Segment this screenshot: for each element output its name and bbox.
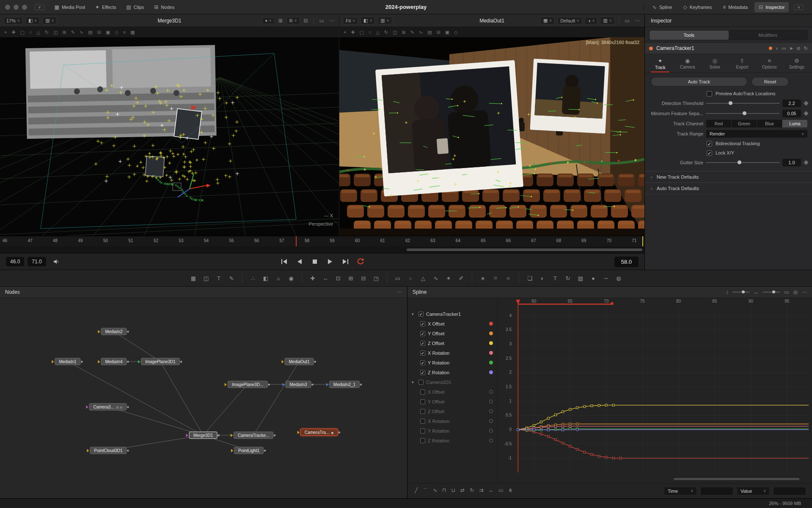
inspector-tab-track[interactable]: ⌖Track bbox=[647, 56, 674, 72]
viewer-tool-icon-8[interactable]: ⊞ bbox=[402, 30, 406, 35]
tracker-tool-icon[interactable]: ∗ bbox=[477, 273, 488, 283]
track-color-dot[interactable] bbox=[489, 439, 493, 442]
track-checkbox[interactable]: ✓ bbox=[420, 331, 425, 336]
delta-keyer-tool-icon[interactable]: ◧ bbox=[260, 273, 271, 283]
track-color-dot[interactable] bbox=[489, 400, 493, 403]
node-graph-canvas[interactable]: MediaIn2MediaIn1MediaIn4ImagePlane3D1Med… bbox=[0, 298, 407, 498]
spline-track-row-2[interactable]: ✓Y Offset bbox=[407, 329, 497, 338]
track-color-dot[interactable] bbox=[489, 419, 493, 423]
fastnoise-tool-icon[interactable]: ∴ bbox=[248, 273, 259, 283]
vertical-fit-icon[interactable]: ↕ bbox=[726, 289, 728, 295]
viewer-tool-icon-14[interactable]: ◇ bbox=[115, 30, 118, 35]
go-to-end-button[interactable] bbox=[341, 257, 350, 266]
buffer-select[interactable]: ●∨ bbox=[262, 17, 274, 24]
reset-button[interactable]: Reset bbox=[751, 77, 789, 86]
pingpong-icon[interactable]: ⇉ bbox=[478, 487, 484, 494]
frame-all-icon[interactable]: ▭ bbox=[784, 289, 789, 295]
track-color-dot[interactable] bbox=[489, 331, 493, 335]
node-CameraTra_3[interactable]: CameraTra...◆ bbox=[300, 429, 338, 436]
roi-icon[interactable]: ⊟ bbox=[303, 18, 309, 24]
expand-chevron-icon[interactable]: ▾ bbox=[412, 312, 416, 316]
viewer-options-icon[interactable]: ⋯ bbox=[328, 18, 336, 24]
auto-track-button[interactable]: Auto Track bbox=[651, 77, 747, 86]
node-ImagePlane3D1[interactable]: ImagePlane3D1 bbox=[141, 358, 180, 365]
track-color-dot[interactable] bbox=[489, 361, 493, 364]
inspector-tab-solve[interactable]: ◎Solve bbox=[701, 56, 729, 72]
grid-warp-tool-icon[interactable]: ⌗ bbox=[490, 273, 501, 283]
node-MediaOut1[interactable]: MediaOut1 bbox=[285, 358, 314, 365]
track-checkbox[interactable] bbox=[420, 389, 425, 395]
viewer-tool-icon-1[interactable]: ⌖ bbox=[4, 30, 7, 35]
inspector-tab-settings[interactable]: ⚙Settings bbox=[783, 56, 811, 72]
viewer-tool-icon-11[interactable]: ▤ bbox=[88, 30, 92, 35]
play-button[interactable] bbox=[325, 257, 335, 266]
track-color-dot[interactable] bbox=[489, 370, 493, 374]
spline-track-row-6[interactable]: ✓Z Rotation bbox=[407, 367, 497, 377]
track-checkbox[interactable] bbox=[418, 380, 424, 385]
viewer-tool-icon-7[interactable]: ◫ bbox=[53, 30, 58, 35]
track-range-select[interactable]: Render∨ bbox=[706, 130, 808, 138]
horizontal-fit-icon[interactable]: ↔ bbox=[754, 289, 759, 295]
keyframe-icon[interactable] bbox=[804, 111, 808, 116]
spline-value-select[interactable]: Value∨ bbox=[737, 487, 770, 495]
spline-track-row-4[interactable]: ✓X Rotation bbox=[407, 348, 497, 358]
keyframe-icon[interactable] bbox=[804, 101, 808, 105]
viewer-tool-icon-6[interactable]: ↻ bbox=[45, 30, 49, 35]
lock-icon[interactable]: ⊘ bbox=[797, 46, 801, 51]
node-thumbnail-icon[interactable]: ▭ bbox=[782, 46, 786, 51]
viewer-tool-icon-12[interactable]: ⊟ bbox=[97, 30, 101, 35]
track-color-dot[interactable] bbox=[489, 429, 493, 433]
node-MediaIn4[interactable]: MediaIn4 bbox=[101, 358, 127, 365]
loop-icon[interactable]: ↻ bbox=[468, 487, 475, 494]
inspector-tab-options[interactable]: ≡Options bbox=[756, 56, 783, 72]
viewer-lut-select[interactable]: Default∨ bbox=[557, 17, 582, 25]
zoom-level-select[interactable]: 17%∨ bbox=[3, 17, 23, 25]
dissolve-tool-icon[interactable]: ◫ bbox=[201, 273, 212, 283]
image-tool-icon[interactable]: ▦ bbox=[188, 273, 199, 283]
track-checkbox[interactable] bbox=[420, 419, 425, 424]
topbar-clips-button[interactable]: ▤Clips bbox=[122, 2, 148, 12]
window-zoom-icon[interactable] bbox=[22, 5, 27, 10]
rectangle-mask-icon[interactable]: ▭ bbox=[392, 273, 403, 283]
polygon-mask-icon[interactable]: △ bbox=[418, 273, 429, 283]
mediaout-scene[interactable] bbox=[339, 37, 644, 236]
viewer-tool-icon-2[interactable]: ✚ bbox=[11, 30, 15, 35]
float-window-icon[interactable]: ▭ bbox=[318, 18, 325, 24]
topbar-metadata-button[interactable]: ≡Metadata bbox=[718, 2, 752, 12]
resize-tool-icon[interactable]: ↔ bbox=[320, 273, 331, 283]
zoom-slider[interactable] bbox=[763, 292, 780, 293]
topbar-keyframes-button[interactable]: ◇Keyframes bbox=[679, 2, 716, 12]
timeline-ruler[interactable]: 4647484950515253545556575859606162636465… bbox=[0, 236, 644, 246]
play-reverse-button[interactable] bbox=[295, 257, 304, 266]
track-channel-blue[interactable]: Blue bbox=[757, 120, 782, 127]
loop-tool-icon[interactable]: ↻ bbox=[562, 273, 573, 283]
track-checkbox[interactable]: ✓ bbox=[420, 341, 425, 346]
spline-track-row-3[interactable]: ✓Z Offset bbox=[407, 338, 497, 348]
track-checkbox[interactable] bbox=[420, 438, 425, 443]
bender-tool-icon[interactable]: ∼ bbox=[600, 273, 611, 283]
linear-spline-icon[interactable]: ╱ bbox=[413, 487, 419, 494]
track-checkbox[interactable]: ✓ bbox=[420, 351, 425, 356]
transform-tool-icon[interactable]: ✚ bbox=[307, 273, 318, 283]
keyframe-icon[interactable] bbox=[804, 160, 808, 165]
fit-select[interactable]: Fit∨ bbox=[343, 17, 358, 25]
spline-options-icon[interactable]: ⋯ bbox=[802, 289, 807, 295]
monitor-tool-icon[interactable]: ⊟ bbox=[358, 273, 369, 283]
magic-mask-icon[interactable]: ✶ bbox=[443, 273, 454, 283]
track-checkbox[interactable]: ✓ bbox=[420, 360, 425, 365]
node-PointCloud3D1[interactable]: PointCloud3D1 bbox=[90, 447, 127, 454]
checker-dropdown[interactable]: ▥∨ bbox=[600, 17, 614, 25]
cube3d-tool-icon[interactable]: ▧ bbox=[575, 273, 586, 283]
panel-options-dropdown[interactable]: ∨ bbox=[794, 4, 804, 10]
section-new-track-defaults[interactable]: ›New Track Defaults bbox=[645, 171, 812, 182]
shader-tool-icon[interactable]: ◍ bbox=[613, 273, 624, 283]
spline-shape-icon[interactable]: ∿ bbox=[432, 487, 438, 494]
viewer-tool-icon-7[interactable]: ◫ bbox=[393, 30, 397, 35]
lut-dropdown[interactable]: ▥∨ bbox=[377, 17, 392, 25]
window-controls[interactable] bbox=[5, 5, 27, 10]
topbar-inspector-button[interactable]: ⊟Inspector bbox=[754, 2, 789, 12]
gutter-size-slider[interactable] bbox=[706, 162, 780, 163]
render-range-out[interactable]: 71.0 bbox=[28, 257, 46, 266]
spline-track-row-8[interactable]: X Offset bbox=[407, 387, 497, 397]
gain-gamma-dropdown[interactable]: ◧∨ bbox=[361, 17, 375, 25]
